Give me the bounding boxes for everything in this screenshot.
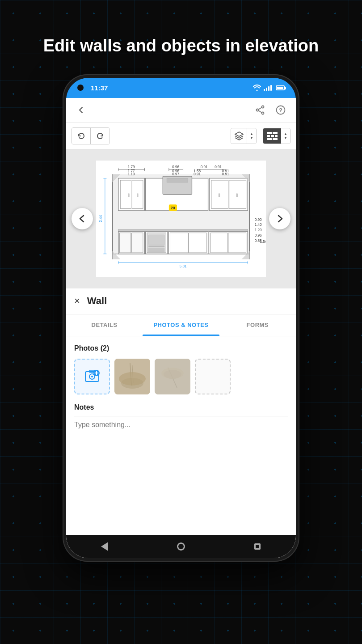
wall-view-icon	[263, 128, 281, 144]
svg-rect-39	[149, 248, 164, 252]
svg-text:1.40: 1.40	[255, 223, 262, 227]
kitchen-elevation-svg: 1.79 0.96 0.91 0.91 1.77 0.96	[96, 161, 266, 277]
status-time: 11:37	[91, 84, 108, 92]
svg-text:5.81: 5.81	[180, 264, 187, 268]
phone-screen: 11:37	[66, 78, 296, 558]
svg-point-98	[121, 378, 143, 389]
svg-text:0.91: 0.91	[215, 165, 222, 169]
wifi-icon	[253, 85, 261, 91]
svg-rect-31	[118, 229, 248, 232]
undo-button[interactable]	[72, 128, 91, 144]
close-button[interactable]: ×	[74, 295, 80, 307]
svg-rect-19	[120, 180, 131, 208]
share-button[interactable]	[253, 103, 267, 117]
bottom-panel: × Wall DETAILS PHOTOS & NOTES FORMS Phot…	[66, 288, 296, 558]
svg-text:?: ?	[279, 107, 282, 114]
nav-right-button[interactable]	[269, 208, 290, 229]
tab-details[interactable]: DETAILS	[66, 314, 143, 336]
signal-icon	[264, 85, 272, 91]
svg-rect-38	[149, 246, 164, 247]
svg-text:2.44: 2.44	[99, 215, 103, 222]
layer-icon	[231, 128, 247, 144]
svg-rect-11	[267, 135, 270, 137]
svg-rect-9	[267, 132, 272, 134]
svg-text:0.97: 0.97	[172, 172, 179, 176]
undo-redo-group	[72, 127, 110, 144]
back-button[interactable]	[74, 103, 88, 117]
svg-rect-34	[132, 233, 143, 253]
layer-button[interactable]: ▲ ▼	[231, 128, 257, 144]
nav-back-icon	[101, 542, 108, 551]
wall-arrows: ▲ ▼	[281, 128, 290, 144]
tab-photos-notes[interactable]: PHOTOS & NOTES	[143, 314, 219, 336]
svg-line-3	[258, 107, 262, 110]
svg-rect-25	[167, 178, 188, 182]
floor-plan-area: 1.79 0.96 0.91 0.91 1.77 0.96	[66, 149, 296, 288]
svg-text:1.10: 1.10	[128, 172, 135, 176]
notes-divider	[74, 416, 288, 416]
svg-rect-42	[189, 233, 206, 253]
svg-point-91	[91, 376, 93, 377]
photo-thumbnail-1[interactable]	[114, 359, 150, 394]
help-button[interactable]: ?	[274, 103, 288, 117]
page-title: Edit walls and objects in elevation	[17, 36, 346, 56]
tabs-container: DETAILS PHOTOS & NOTES FORMS	[66, 314, 296, 336]
svg-rect-10	[273, 132, 278, 134]
battery-icon	[276, 85, 285, 90]
svg-rect-30	[236, 194, 238, 197]
wall-header: × Wall	[66, 288, 296, 314]
svg-rect-21	[128, 194, 129, 197]
nav-recents-button[interactable]	[248, 538, 266, 555]
svg-rect-22	[137, 194, 138, 197]
svg-rect-13	[275, 135, 278, 137]
status-icons	[253, 85, 285, 91]
wall-title: Wall	[87, 295, 107, 307]
svg-marker-7	[235, 132, 243, 136]
svg-rect-37	[149, 235, 164, 245]
svg-text:1.20: 1.20	[255, 228, 262, 232]
layer-arrows: ▲ ▼	[247, 128, 256, 144]
toolbar-right-icons: ?	[253, 103, 288, 117]
svg-rect-12	[271, 135, 274, 137]
svg-line-4	[258, 110, 262, 113]
svg-text:0.91: 0.91	[222, 172, 229, 176]
elevation-toolbar: ▲ ▼	[66, 123, 296, 149]
add-photo-button[interactable]	[74, 359, 110, 394]
phone-device: 11:37	[63, 74, 299, 562]
tab-forms[interactable]: FORMS	[219, 314, 296, 336]
photos-row	[74, 359, 288, 394]
svg-text:1.79: 1.79	[128, 165, 135, 169]
tab-content-photos-notes: Photos (2)	[66, 336, 296, 558]
wall-view-button[interactable]: ▲ ▼	[263, 128, 290, 144]
phone-nav-bar	[66, 535, 296, 558]
svg-text:0.96: 0.96	[172, 165, 179, 169]
nav-home-button[interactable]	[172, 538, 190, 555]
add-photo-icon	[84, 369, 100, 385]
svg-text:0.91: 0.91	[201, 165, 208, 169]
svg-text:0.91: 0.91	[194, 172, 201, 176]
camera-dot	[77, 85, 84, 91]
photos-label: Photos (2)	[74, 344, 288, 352]
nav-left-button[interactable]	[72, 208, 93, 229]
svg-rect-102	[155, 359, 190, 394]
svg-rect-44	[210, 233, 227, 253]
svg-point-0	[262, 106, 264, 108]
svg-rect-15	[273, 138, 278, 140]
photo-thumbnail-2[interactable]	[155, 359, 190, 394]
svg-text:1.54: 1.54	[260, 240, 266, 244]
elevation-view: ▲ ▼	[66, 123, 296, 288]
svg-rect-97	[114, 359, 150, 394]
svg-rect-29	[219, 194, 220, 197]
screen-content: ?	[66, 98, 296, 558]
svg-point-103	[164, 370, 181, 379]
app-toolbar: ?	[66, 98, 296, 123]
notes-label: Notes	[74, 403, 288, 411]
notes-input[interactable]	[74, 421, 288, 443]
svg-point-2	[257, 109, 259, 111]
nav-recents-icon	[254, 543, 261, 550]
redo-button[interactable]	[91, 128, 109, 144]
photo-placeholder	[195, 359, 231, 394]
nav-back-button[interactable]	[96, 538, 114, 555]
svg-point-1	[262, 112, 264, 114]
svg-text:20: 20	[171, 206, 175, 210]
